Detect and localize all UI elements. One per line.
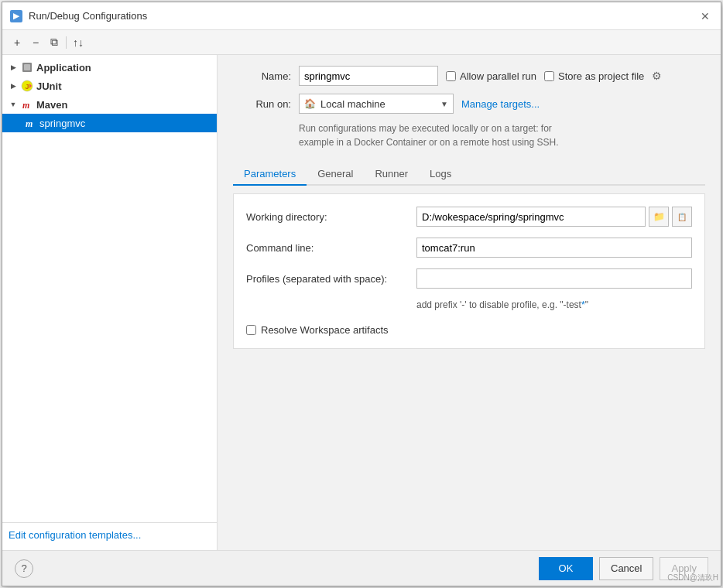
expand-arrow-junit: ▶ xyxy=(9,81,18,91)
tab-runner[interactable]: Runner xyxy=(364,163,419,186)
store-as-project-checkbox[interactable] xyxy=(544,71,554,81)
command-line-label: Command line: xyxy=(246,242,409,254)
tab-logs[interactable]: Logs xyxy=(419,163,462,186)
profiles-label: Profiles (separated with space): xyxy=(246,273,409,285)
add-button[interactable]: + xyxy=(9,34,26,51)
tab-general[interactable]: General xyxy=(307,163,364,186)
title-bar: ▶ Run/Debug Configurations ✕ xyxy=(2,2,721,30)
allow-parallel-label: Allow parallel run xyxy=(460,70,536,82)
svg-text:m: m xyxy=(22,100,29,111)
command-line-row: Command line: xyxy=(246,238,692,258)
edit-templates-link[interactable]: Edit configuration templates... xyxy=(9,529,141,541)
content-area: ▶ Application ▶ J xyxy=(2,55,721,550)
asterisk: * xyxy=(581,299,585,310)
run-on-label: Run on: xyxy=(233,98,291,110)
title-bar-left: ▶ Run/Debug Configurations xyxy=(10,10,147,22)
ok-button[interactable]: OK xyxy=(539,557,593,580)
working-dir-label: Working directory: xyxy=(246,211,409,223)
sidebar-item-junit[interactable]: ▶ J JUnit xyxy=(2,77,217,95)
expand-arrow-application: ▶ xyxy=(9,63,18,72)
expand-arrow-maven: ▼ xyxy=(9,100,18,109)
toolbar: + − ⧉ ↑↓ xyxy=(2,30,721,55)
resolve-workspace-label: Resolve Workspace artifacts xyxy=(261,324,389,336)
remove-button[interactable]: − xyxy=(27,34,44,51)
maven-label: Maven xyxy=(36,99,67,111)
cancel-button[interactable]: Cancel xyxy=(599,557,653,580)
description-text: Run configurations may be executed local… xyxy=(299,121,705,149)
application-label: Application xyxy=(36,62,91,74)
svg-text:m: m xyxy=(26,118,33,129)
profiles-input[interactable] xyxy=(416,268,692,289)
home-icon: 🏠 xyxy=(304,98,316,109)
name-input[interactable] xyxy=(299,66,438,86)
svg-rect-1 xyxy=(24,64,30,70)
run-debug-dialog: ▶ Run/Debug Configurations ✕ + − ⧉ ↑↓ ▶ xyxy=(2,2,721,586)
profiles-hint: add prefix '-' to disable profile, e.g. … xyxy=(416,299,692,310)
run-on-value: Local machine xyxy=(320,98,436,110)
dialog-title: Run/Debug Configurations xyxy=(29,10,147,22)
move-button[interactable]: ↑↓ xyxy=(70,34,87,51)
name-label: Name: xyxy=(233,70,291,82)
junit-label: JUnit xyxy=(36,80,62,92)
sidebar-item-maven[interactable]: ▼ m Maven xyxy=(2,95,217,114)
browse-folder-button[interactable]: 📁 xyxy=(649,207,669,227)
help-button[interactable]: ? xyxy=(15,559,33,578)
allow-parallel-checkbox[interactable] xyxy=(446,71,456,81)
command-line-input[interactable] xyxy=(416,238,692,258)
working-dir-input[interactable] xyxy=(416,207,646,227)
sidebar: ▶ Application ▶ J xyxy=(2,55,218,550)
bottom-bar: ? OK Cancel Apply xyxy=(2,550,721,586)
working-dir-row: Working directory: 📁 📋 xyxy=(246,207,692,227)
run-on-dropdown[interactable]: 🏠 Local machine ▼ xyxy=(299,94,454,114)
springmvc-maven-icon: m xyxy=(24,117,36,129)
store-as-project-group: Store as project file xyxy=(544,70,644,82)
profiles-row: Profiles (separated with space): xyxy=(246,268,692,289)
tab-content-parameters: Working directory: 📁 📋 Command line: Pro… xyxy=(233,193,705,349)
gear-icon[interactable]: ⚙ xyxy=(652,70,662,82)
svg-text:J: J xyxy=(25,83,29,91)
run-on-row: Run on: 🏠 Local machine ▼ Manage targets… xyxy=(233,94,705,114)
watermark: CSDN@清玖H xyxy=(667,573,718,583)
resolve-workspace-checkbox[interactable] xyxy=(246,325,256,335)
manage-targets-link[interactable]: Manage targets... xyxy=(461,98,540,110)
toolbar-separator xyxy=(66,36,67,49)
dialog-icon: ▶ xyxy=(10,10,22,22)
name-row: Name: Allow parallel run Store as projec… xyxy=(233,66,705,86)
close-button[interactable]: ✕ xyxy=(697,9,713,24)
store-as-project-label: Store as project file xyxy=(558,70,644,82)
springmvc-label: springmvc xyxy=(39,118,85,129)
sidebar-footer: Edit configuration templates... xyxy=(2,522,217,547)
junit-icon: J xyxy=(21,80,33,92)
sidebar-spacer xyxy=(2,132,217,522)
maven-icon-group: m xyxy=(21,98,33,111)
allow-parallel-group: Allow parallel run xyxy=(446,70,536,82)
application-icon xyxy=(21,61,33,74)
browse-variable-button[interactable]: 📋 xyxy=(672,207,692,227)
working-dir-field-group: 📁 📋 xyxy=(416,207,692,227)
resolve-workspace-row: Resolve Workspace artifacts xyxy=(246,324,692,336)
main-panel: Name: Allow parallel run Store as projec… xyxy=(218,55,721,550)
dropdown-chevron-icon: ▼ xyxy=(440,100,448,108)
tab-parameters[interactable]: Parameters xyxy=(233,163,307,186)
tabs-bar: Parameters General Runner Logs xyxy=(233,163,705,186)
sidebar-item-application[interactable]: ▶ Application xyxy=(2,58,217,77)
copy-button[interactable]: ⧉ xyxy=(46,34,63,51)
sidebar-item-springmvc[interactable]: m springmvc xyxy=(2,114,217,132)
